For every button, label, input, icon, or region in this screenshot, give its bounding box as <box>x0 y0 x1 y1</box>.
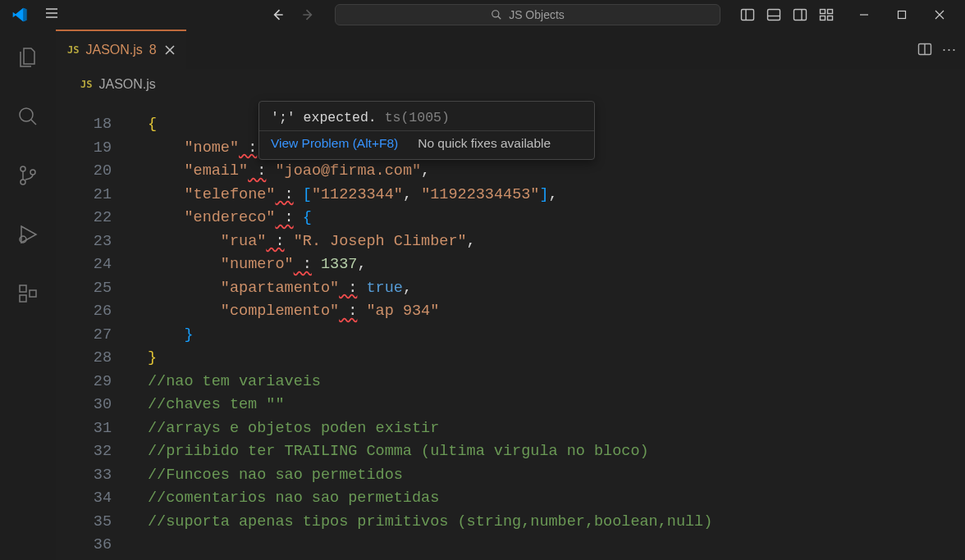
line-number-gutter: 18 19 20 21 22 23 24 25 26 27 28 29 30 3… <box>56 100 135 560</box>
svg-point-14 <box>21 180 25 184</box>
search-activity[interactable] <box>8 97 48 136</box>
tab-filename: JASON.js <box>85 43 142 57</box>
code-content[interactable]: { "nome" : "email" : "joao@firma.com", "… <box>135 100 965 560</box>
titlebar: JS Objects <box>0 0 965 30</box>
nav-back-icon[interactable] <box>269 7 286 23</box>
activity-bar <box>0 30 56 560</box>
svg-rect-10 <box>828 16 833 20</box>
window-controls <box>845 0 958 30</box>
svg-point-0 <box>492 11 499 17</box>
files-icon <box>16 46 39 69</box>
svg-rect-3 <box>768 10 780 20</box>
hamburger-icon <box>44 6 59 20</box>
svg-rect-9 <box>821 16 826 20</box>
svg-rect-11 <box>899 11 906 19</box>
command-center[interactable]: JS Objects <box>335 4 720 25</box>
search-icon <box>16 105 39 128</box>
vscode-logo-icon <box>11 7 28 23</box>
no-quick-fixes-label: No quick fixes available <box>418 136 551 151</box>
window-maximize-button[interactable] <box>883 0 921 30</box>
window-minimize-button[interactable] <box>845 0 883 30</box>
editor-tabs: JS JASON.js 8 ··· <box>56 30 965 69</box>
tab-row-actions: ··· <box>917 41 957 58</box>
js-file-icon: JS <box>67 44 79 56</box>
svg-point-12 <box>20 108 33 121</box>
more-actions-icon[interactable]: ··· <box>942 41 957 58</box>
split-editor-icon[interactable] <box>917 42 932 57</box>
svg-point-13 <box>21 166 25 171</box>
debug-icon <box>16 223 39 246</box>
source-control-activity[interactable] <box>8 156 48 195</box>
extensions-icon <box>16 282 39 305</box>
toggle-primary-sidebar-icon[interactable] <box>740 7 755 22</box>
code-editor[interactable]: 18 19 20 21 22 23 24 25 26 27 28 29 30 3… <box>56 100 965 560</box>
tab-jason-js[interactable]: JS JASON.js 8 <box>56 30 186 69</box>
svg-rect-19 <box>30 290 36 297</box>
svg-rect-1 <box>742 10 754 20</box>
js-file-icon: JS <box>80 79 92 90</box>
search-icon <box>491 9 502 20</box>
toggle-panel-icon[interactable] <box>766 7 781 22</box>
menu-button[interactable] <box>39 1 64 29</box>
customize-layout-icon[interactable] <box>819 7 834 22</box>
svg-rect-17 <box>20 285 26 292</box>
hover-message: ';' expected. ts(1005) <box>259 102 594 130</box>
nav-arrows <box>269 7 317 23</box>
svg-rect-8 <box>828 10 833 14</box>
svg-rect-5 <box>794 10 807 20</box>
git-branch-icon <box>16 164 39 187</box>
tab-problem-count: 8 <box>149 43 157 57</box>
toggle-secondary-sidebar-icon[interactable] <box>793 7 807 22</box>
run-debug-activity[interactable] <box>8 215 48 254</box>
svg-rect-18 <box>20 295 26 302</box>
explorer-activity[interactable] <box>8 38 48 77</box>
extensions-activity[interactable] <box>8 274 48 313</box>
close-icon[interactable] <box>163 43 176 57</box>
breadcrumbs[interactable]: JS JASON.js <box>56 69 965 100</box>
problem-hover-widget: ';' expected. ts(1005) View Problem (Alt… <box>258 101 595 160</box>
view-problem-link[interactable]: View Problem (Alt+F8) <box>271 136 398 151</box>
layout-controls <box>740 7 834 22</box>
svg-rect-7 <box>821 10 826 14</box>
svg-point-15 <box>30 170 35 175</box>
command-center-label: JS Objects <box>509 8 565 21</box>
window-close-button[interactable] <box>921 0 958 30</box>
nav-forward-icon[interactable] <box>300 7 317 23</box>
breadcrumb-filename: JASON.js <box>98 77 155 92</box>
